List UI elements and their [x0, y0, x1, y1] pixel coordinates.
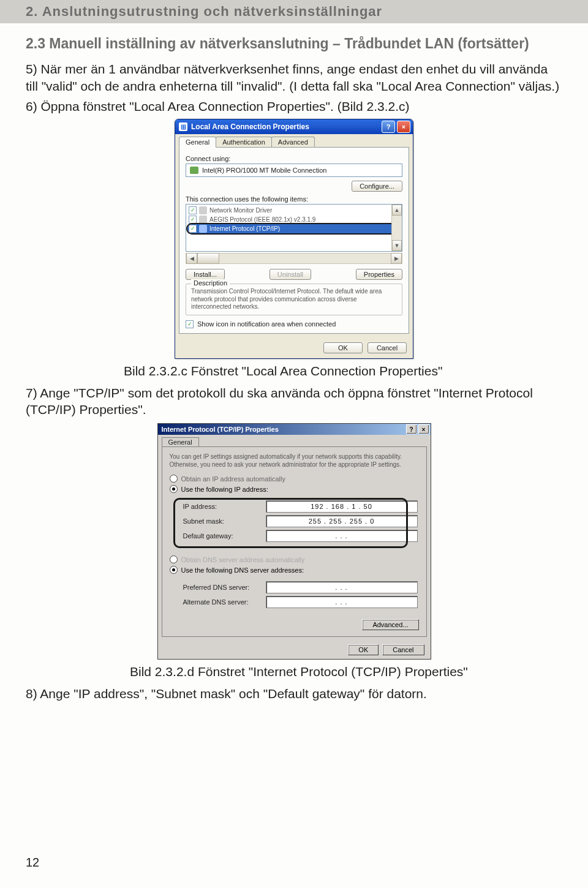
chapter-header: 2. Anslutningsutrustning och nätverksins…: [0, 0, 588, 23]
tab-general[interactable]: General: [162, 437, 199, 446]
radio-use-dns[interactable]: Use the following DNS server addresses:: [170, 566, 419, 574]
items-label: This connection uses the following items…: [186, 195, 402, 203]
help-button[interactable]: ?: [382, 121, 395, 133]
scroll-right-icon[interactable]: ▶: [391, 253, 402, 264]
scroll-thumb[interactable]: [197, 253, 219, 264]
list-item[interactable]: ✓ AEGIS Protocol (IEEE 802.1x) v2.3.1.9: [187, 215, 401, 224]
checkbox-icon[interactable]: ✓: [189, 206, 197, 214]
ok-button[interactable]: OK: [348, 644, 379, 655]
radio-label: Use the following DNS server addresses:: [181, 566, 304, 574]
vertical-scrollbar[interactable]: ▲ ▼: [391, 205, 402, 251]
figure-caption-2: Bild 2.3.2.d Fönstret "Internet Protocol…: [26, 664, 562, 679]
preferred-dns-row: Preferred DNS server: . . .: [183, 581, 418, 593]
component-icon: [199, 206, 207, 214]
default-gateway-row: Default gateway: . . .: [183, 530, 418, 542]
tab-authentication[interactable]: Authentication: [216, 137, 272, 147]
dlg2-footer: OK Cancel: [158, 641, 431, 659]
item-label: Network Monitor Driver: [209, 207, 272, 214]
default-gateway-field[interactable]: . . .: [266, 530, 418, 542]
radio-icon[interactable]: [170, 566, 178, 574]
preferred-dns-label: Preferred DNS server:: [183, 584, 266, 591]
step-8-text: 8) Ange "IP address", "Subnet mask" och …: [26, 685, 562, 702]
radio-obtain-dns: Obtain DNS server address automatically: [170, 555, 419, 563]
dialog-icon: ⊞: [179, 122, 187, 131]
radio-use-ip[interactable]: Use the following IP address:: [170, 485, 419, 493]
nic-field[interactable]: Intel(R) PRO/1000 MT Mobile Connection: [186, 164, 402, 177]
dlg1-tabs: General Authentication Advanced: [175, 134, 413, 147]
connection-items-list[interactable]: ✓ Network Monitor Driver ✓ AEGIS Protoco…: [186, 204, 402, 252]
nic-icon: [190, 167, 198, 174]
dlg1-tab-body: Connect using: Intel(R) PRO/1000 MT Mobi…: [179, 147, 409, 334]
lac-properties-dialog: ⊞ Local Area Connection Properties ? × G…: [175, 119, 413, 359]
list-item-tcpip[interactable]: ✓ Internet Protocol (TCP/IP): [187, 224, 401, 233]
dlg2-title: Internet Protocol (TCP/IP) Properties: [162, 426, 279, 433]
cancel-button[interactable]: Cancel: [368, 342, 407, 353]
help-button[interactable]: ?: [406, 424, 417, 434]
scroll-up-icon[interactable]: ▲: [392, 205, 402, 216]
uninstall-button: Uninstall: [270, 269, 311, 280]
component-icon: [199, 216, 207, 224]
step-5-text: 5) När mer än 1 användbar nätverkverksen…: [26, 61, 562, 94]
ok-button[interactable]: OK: [323, 342, 363, 353]
scroll-left-icon[interactable]: ◀: [186, 253, 197, 264]
item-label: Internet Protocol (TCP/IP): [209, 225, 280, 232]
scroll-down-icon[interactable]: ▼: [392, 240, 402, 251]
alternate-dns-label: Alternate DNS server:: [183, 598, 266, 606]
close-button[interactable]: ×: [418, 424, 429, 434]
ip-address-row: IP address: 192 . 168 . 1 . 50: [183, 500, 418, 513]
description-group: Description Transmission Control Protoco…: [186, 284, 402, 315]
preferred-dns-field[interactable]: . . .: [266, 581, 418, 593]
step-6-text: 6) Öppna fönstret "Local Area Connection…: [26, 98, 562, 115]
close-button[interactable]: ×: [397, 121, 410, 133]
dlg1-footer: OK Cancel: [175, 337, 413, 358]
radio-icon[interactable]: [170, 485, 178, 493]
checkbox-icon[interactable]: ✓: [186, 320, 194, 328]
install-button[interactable]: Install...: [186, 269, 225, 280]
connect-using-label: Connect using:: [186, 155, 402, 162]
radio-icon[interactable]: [170, 475, 178, 483]
tcpip-properties-dialog: Internet Protocol (TCP/IP) Properties ? …: [157, 423, 431, 660]
page-number: 12: [26, 856, 39, 870]
radio-icon: [170, 555, 178, 563]
subnet-mask-label: Subnet mask:: [183, 517, 266, 525]
tab-advanced[interactable]: Advanced: [271, 137, 315, 147]
tab-general[interactable]: General: [179, 137, 216, 148]
dlg1-title: Local Area Connection Properties: [191, 122, 309, 131]
item-label: AEGIS Protocol (IEEE 802.1x) v2.3.1.9: [209, 216, 315, 223]
step-7-text: 7) Ange "TCP/IP" som det protokoll du sk…: [26, 385, 562, 418]
alternate-dns-row: Alternate DNS server: . . .: [183, 596, 418, 608]
radio-label: Use the following IP address:: [181, 486, 268, 493]
component-icon: [199, 225, 207, 233]
radio-obtain-ip[interactable]: Obtain an IP address automatically: [170, 475, 419, 483]
alternate-dns-field[interactable]: . . .: [266, 596, 418, 608]
description-legend: Description: [191, 279, 230, 287]
dlg2-titlebar[interactable]: Internet Protocol (TCP/IP) Properties ? …: [158, 424, 431, 435]
configure-button[interactable]: Configure...: [352, 181, 402, 192]
dlg2-tab-body: You can get IP settings assigned automat…: [162, 446, 427, 637]
ip-address-field[interactable]: 192 . 168 . 1 . 50: [266, 500, 418, 513]
ip-address-label: IP address:: [183, 503, 266, 510]
checkbox-icon[interactable]: ✓: [189, 225, 197, 233]
intro-text: You can get IP settings assigned automat…: [170, 453, 419, 468]
figure-caption-1: Bild 2.3.2.c Fönstret "Local Area Connec…: [26, 364, 562, 378]
show-icon-label: Show icon in notification area when conn…: [197, 320, 336, 328]
radio-label: Obtain DNS server address automatically: [181, 556, 305, 563]
radio-label: Obtain an IP address automatically: [181, 475, 285, 483]
subnet-mask-field[interactable]: 255 . 255 . 255 . 0: [266, 515, 418, 527]
chapter-title: 2. Anslutningsutrustning och nätverksins…: [26, 4, 382, 19]
ip-fields-highlight: IP address: 192 . 168 . 1 . 50 Subnet ma…: [170, 495, 419, 549]
horizontal-scrollbar[interactable]: ◀ ▶: [186, 253, 402, 264]
description-text: Transmission Control Protocol/Internet P…: [191, 288, 397, 311]
cancel-button[interactable]: Cancel: [382, 644, 424, 655]
subnet-mask-row: Subnet mask: 255 . 255 . 255 . 0: [183, 515, 418, 527]
section-title: 2.3 Manuell inställning av nätverksanslu…: [26, 36, 562, 52]
advanced-button[interactable]: Advanced...: [362, 619, 418, 630]
nic-name: Intel(R) PRO/1000 MT Mobile Connection: [202, 167, 326, 174]
default-gateway-label: Default gateway:: [183, 532, 266, 540]
properties-button[interactable]: Properties: [356, 269, 402, 280]
dlg1-titlebar[interactable]: ⊞ Local Area Connection Properties ? ×: [175, 119, 413, 134]
checkbox-icon[interactable]: ✓: [189, 216, 197, 224]
show-icon-row[interactable]: ✓ Show icon in notification area when co…: [186, 320, 402, 328]
list-item[interactable]: ✓ Network Monitor Driver: [187, 206, 401, 215]
